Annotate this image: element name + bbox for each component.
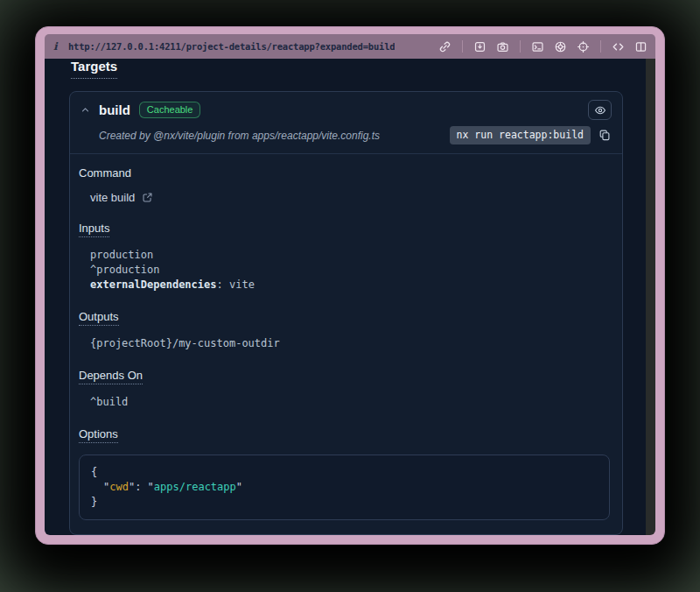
- build-card-header: build Cacheable Created by @nx/vite/plug…: [70, 92, 622, 154]
- options-label[interactable]: Options: [79, 427, 118, 443]
- external-link-icon[interactable]: [141, 192, 153, 204]
- json-value: apps/reactapp: [154, 481, 236, 493]
- code-line: {: [91, 465, 598, 480]
- toolbar-divider: [462, 40, 463, 53]
- content-area: Targets build Cacheable: [45, 59, 655, 535]
- wheel-icon[interactable]: [553, 39, 568, 54]
- command-section: Command vite build: [79, 165, 612, 204]
- options-code-block: { "cwd": "apps/reactapp" }: [79, 455, 610, 520]
- depends-on-section: Depends On ^build: [79, 367, 612, 410]
- download-icon[interactable]: [472, 39, 487, 54]
- input-item: ^production: [90, 263, 612, 278]
- toolbar-divider: [520, 40, 521, 53]
- code-line: "cwd": "apps/reactapp": [91, 480, 598, 495]
- inputs-section: Inputs production ^production externalDe…: [79, 220, 612, 292]
- page-title[interactable]: Targets: [71, 59, 117, 79]
- quote-token: ": [148, 481, 154, 493]
- scrollbar-gutter[interactable]: [646, 59, 655, 535]
- build-subheader-row: Created by @nx/vite/plugin from apps/rea…: [80, 126, 612, 144]
- outputs-label[interactable]: Outputs: [79, 310, 119, 326]
- browser-toolbar: i http://127.0.0.1:4211/project-details/…: [45, 34, 655, 59]
- command-label: Command: [79, 166, 131, 180]
- command-value-row: vite build: [79, 191, 612, 204]
- code-icon[interactable]: [611, 39, 626, 54]
- crosshair-icon[interactable]: [576, 39, 591, 54]
- code-line: }: [91, 495, 598, 510]
- json-key: cwd: [109, 481, 129, 493]
- cacheable-badge[interactable]: Cacheable: [139, 102, 201, 118]
- build-card-body: Command vite build Inputs pro: [70, 154, 622, 534]
- build-target-name[interactable]: build: [99, 102, 130, 117]
- camera-icon[interactable]: [495, 39, 510, 54]
- input-entry-sep: :: [217, 278, 229, 291]
- input-entry-key: externalDependencies: [90, 278, 217, 291]
- input-entry-value: vite: [229, 278, 255, 291]
- inputs-label[interactable]: Inputs: [79, 222, 109, 237]
- toolbar-actions: [438, 39, 648, 54]
- depends-on-label[interactable]: Depends On: [79, 369, 143, 384]
- chevron-up-icon[interactable]: [80, 105, 91, 116]
- inputs-list: production ^production externalDependenc…: [79, 248, 612, 292]
- input-item: externalDependencies: vite: [90, 278, 612, 292]
- terminal-icon[interactable]: [530, 39, 545, 54]
- build-header-row: build Cacheable: [80, 100, 612, 120]
- url-bar[interactable]: http://127.0.0.1:4211/project-details/re…: [68, 41, 395, 52]
- colon-token: :: [135, 481, 147, 493]
- split-view-icon[interactable]: [634, 39, 648, 54]
- input-item: production: [90, 248, 612, 263]
- toolbar-divider: [600, 40, 601, 53]
- created-by-text: Created by @nx/vite/plugin from apps/rea…: [99, 130, 380, 142]
- project-details-panel: Targets build Cacheable: [45, 59, 646, 535]
- output-item: {projectRoot}/my-custom-outdir: [90, 336, 612, 351]
- target-card-build: build Cacheable Created by @nx/vite/plug…: [69, 91, 623, 535]
- eye-icon[interactable]: [588, 100, 612, 120]
- copy-icon[interactable]: [598, 129, 612, 143]
- info-icon: i: [53, 40, 60, 53]
- depends-on-list: ^build: [79, 395, 612, 410]
- desktop-background: i http://127.0.0.1:4211/project-details/…: [0, 0, 700, 592]
- link-icon[interactable]: [438, 39, 452, 54]
- run-command-chip: nx run reactapp:build: [450, 126, 591, 144]
- outputs-list: {projectRoot}/my-custom-outdir: [79, 336, 612, 351]
- outputs-section: Outputs {projectRoot}/my-custom-outdir: [79, 308, 612, 351]
- quote-token: ": [236, 481, 242, 493]
- options-section: Options { "cwd": "apps/reactapp" }: [79, 426, 612, 520]
- command-value: vite build: [90, 191, 135, 204]
- depends-on-item: ^build: [90, 395, 612, 410]
- app-window: i http://127.0.0.1:4211/project-details/…: [35, 26, 665, 545]
